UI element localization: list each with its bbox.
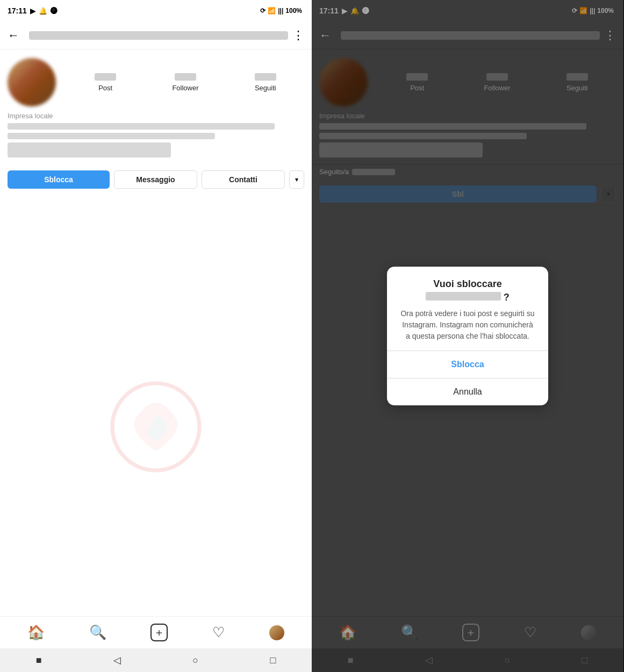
business-label-left: Impresa locale <box>8 112 304 120</box>
right-phone-panel: 17:11 ▶ 🔔 🅟 ⟳ 📶 ||| 100% ← ⋮ Post F <box>312 0 623 672</box>
more-button-left[interactable]: ⋮ <box>292 28 304 42</box>
heart-icon-left[interactable]: ♡ <box>212 624 225 641</box>
stat-seguiti-left: Seguiti <box>255 73 276 92</box>
stat-post-label-left: Post <box>98 84 112 92</box>
watermark-left <box>107 378 204 475</box>
rotate-icon: ⟳ <box>260 7 266 15</box>
stat-seguiti-label-left: Seguiti <box>255 84 276 92</box>
stat-post-left: Post <box>95 73 116 92</box>
nav-bar-left: ← ⋮ <box>0 22 312 49</box>
battery-label: 100% <box>285 7 302 15</box>
stat-seguiti-number-left <box>255 73 276 81</box>
stat-follower-number-left <box>175 73 196 81</box>
stat-follower-left: Follower <box>172 73 198 92</box>
action-buttons-left: Sblocca Messaggio Contatti ▾ <box>0 164 312 195</box>
sblocca-button-left[interactable]: Sblocca <box>8 170 110 189</box>
profile-icon-left[interactable] <box>269 625 284 640</box>
home-icon-left[interactable]: 🏠 <box>27 624 45 641</box>
messaggio-button-left[interactable]: Messaggio <box>114 170 197 189</box>
profile-area-left: Post Follower Seguiti <box>0 49 312 112</box>
stat-post-number-left <box>95 73 116 81</box>
bio-area-left: Impresa locale <box>0 112 312 164</box>
search-icon-left[interactable]: 🔍 <box>89 624 106 641</box>
modal-body: Vuoi sbloccare ? Ora potrà vedere i tuoi… <box>387 267 548 351</box>
android-recent-left[interactable]: □ <box>270 655 276 666</box>
stats-row-left: Post Follower Seguiti <box>67 73 304 92</box>
left-phone-panel: 17:11 ▶ 🔔 🅟 ⟳ 📶 ||| 100% ← ⋮ Post F <box>0 0 312 672</box>
modal-question-mark: ? <box>504 292 510 303</box>
modal-confirm-button[interactable]: Sblocca <box>387 351 548 378</box>
contatti-button-left[interactable]: Contatti <box>202 170 285 189</box>
modal-description: Ora potrà vedere i tuoi post e seguirti … <box>400 308 535 342</box>
modal-dialog: Vuoi sbloccare ? Ora potrà vedere i tuoi… <box>387 267 548 406</box>
android-home-left[interactable]: ○ <box>192 655 198 666</box>
time-left: 17:11 <box>8 6 27 15</box>
dropdown-button-left[interactable]: ▾ <box>289 170 304 189</box>
back-button-left[interactable]: ← <box>8 28 19 42</box>
wifi-icon: 📶 <box>268 7 276 15</box>
signal-icon: ||| <box>278 7 283 15</box>
modal-overlay: Vuoi sbloccare ? Ora potrà vedere i tuoi… <box>312 0 623 672</box>
youtube-icon: ▶ <box>30 7 35 15</box>
bio-link-blur <box>8 142 171 158</box>
android-back-left[interactable]: ◁ <box>113 654 121 666</box>
bio-line-1 <box>8 123 275 130</box>
android-nav-left: ■ ◁ ○ □ <box>0 648 312 672</box>
modal-title: Vuoi sbloccare <box>400 278 535 290</box>
bio-line-2 <box>8 133 215 139</box>
notification-icon: 🔔 <box>39 7 47 15</box>
android-dot-left: ■ <box>36 655 42 666</box>
modal-cancel-button[interactable]: Annulla <box>387 378 548 405</box>
avatar-left <box>8 58 56 106</box>
username-blur-left <box>29 31 288 40</box>
content-area-left <box>0 195 312 616</box>
stat-follower-label-left: Follower <box>172 84 198 92</box>
bottom-nav-left: 🏠 🔍 ＋ ♡ <box>0 616 312 648</box>
modal-username-blur <box>426 292 501 301</box>
add-icon-left[interactable]: ＋ <box>150 624 168 641</box>
status-bar-left: 17:11 ▶ 🔔 🅟 ⟳ 📶 ||| 100% <box>0 0 312 22</box>
p-icon: 🅟 <box>51 7 58 15</box>
